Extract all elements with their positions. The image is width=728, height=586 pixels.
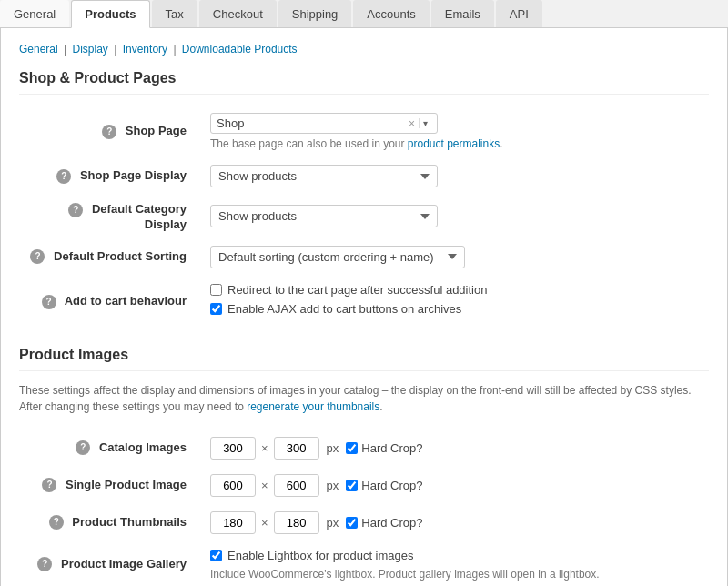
catalog-images-label: ? Catalog Images <box>19 429 201 467</box>
product-images-description: These settings affect the display and di… <box>19 382 709 415</box>
catalog-images-hard-crop-label: Hard Crop? <box>361 441 422 455</box>
tab-general[interactable]: General <box>0 0 71 27</box>
shop-product-pages-table: ? Shop Page Shop × ▾ The base page can a… <box>19 106 709 328</box>
tab-tax[interactable]: Tax <box>152 0 199 27</box>
single-product-image-separator: × <box>261 479 268 492</box>
default-category-display-field: Show products Show categories Show categ… <box>201 195 709 238</box>
product-thumbnails-px-label: px <box>327 516 339 530</box>
tab-accounts[interactable]: Accounts <box>353 0 430 27</box>
single-product-image-label: ? Single Product Image <box>19 467 201 504</box>
shop-page-display-label: ? Shop Page Display <box>19 157 201 195</box>
content-area: General | Display | Inventory | Download… <box>0 28 728 586</box>
lightbox-label: Enable Lightbox for product images <box>228 549 414 562</box>
catalog-images-px-label: px <box>327 441 339 455</box>
single-product-image-width[interactable] <box>210 474 256 497</box>
lightbox-help-text: Include WooCommerce's lightbox. Product … <box>210 568 700 581</box>
default-product-sorting-label: ? Default Product Sorting <box>19 238 201 276</box>
main-tabs: General Products Tax Checkout Shipping A… <box>0 0 728 28</box>
product-thumbnails-hard-crop-label: Hard Crop? <box>361 516 422 530</box>
shop-page-dropdown-arrow[interactable]: ▾ <box>419 118 431 128</box>
redirect-cart-label: Redirect to the cart page after successf… <box>228 283 487 297</box>
shop-page-display-row: ? Shop Page Display Show products Show c… <box>19 157 709 195</box>
tab-shipping[interactable]: Shipping <box>278 0 354 27</box>
catalog-images-width[interactable] <box>210 437 256 460</box>
single-product-image-field: × px Hard Crop? <box>201 467 709 504</box>
catalog-images-row: ? Catalog Images × px Hard Crop? <box>19 429 709 467</box>
subnav-inventory[interactable]: Inventory <box>123 43 167 56</box>
default-product-sorting-field: Default sorting (custom ordering + name)… <box>201 238 709 276</box>
catalog-images-separator: × <box>261 441 268 455</box>
default-product-sorting-tooltip-icon[interactable]: ? <box>30 249 45 264</box>
product-thumbnails-row: ? Product Thumbnails × px Hard Crop? <box>19 504 709 541</box>
page-wrapper: General Products Tax Checkout Shipping A… <box>0 0 728 586</box>
single-product-image-hard-crop-checkbox[interactable] <box>346 480 358 491</box>
add-to-cart-behaviour-row: ? Add to cart behaviour Redirect to the … <box>19 276 709 328</box>
single-product-image-hard-crop-label: Hard Crop? <box>361 479 422 492</box>
default-product-sorting-row: ? Default Product Sorting Default sortin… <box>19 238 709 276</box>
shop-page-selected-value: Shop <box>217 116 405 130</box>
sub-navigation: General | Display | Inventory | Download… <box>19 43 709 56</box>
shop-page-select-wrap[interactable]: Shop × ▾ <box>210 113 438 134</box>
add-to-cart-behaviour-field: Redirect to the cart page after successf… <box>201 276 709 328</box>
default-category-display-select[interactable]: Show products Show categories Show categ… <box>210 205 438 227</box>
shop-product-pages-heading: Shop & Product Pages <box>19 70 709 95</box>
catalog-images-hard-crop-checkbox[interactable] <box>346 442 358 454</box>
shop-page-row: ? Shop Page Shop × ▾ The base page can a… <box>19 106 709 157</box>
catalog-images-field: × px Hard Crop? <box>201 429 709 467</box>
product-thumbnails-separator: × <box>261 516 268 530</box>
product-image-gallery-field: Enable Lightbox for product images Inclu… <box>201 541 709 586</box>
ajax-cart-checkbox[interactable] <box>210 303 222 315</box>
single-product-image-size-row: × px Hard Crop? <box>210 474 700 497</box>
tab-emails[interactable]: Emails <box>431 0 496 27</box>
shop-page-clear-button[interactable]: × <box>405 117 419 130</box>
subnav-downloadable-products[interactable]: Downloadable Products <box>182 43 298 56</box>
product-thumbnails-hard-crop-checkbox[interactable] <box>346 517 358 529</box>
product-permalinks-link[interactable]: product permalinks <box>408 137 500 150</box>
product-image-gallery-tooltip-icon[interactable]: ? <box>37 557 52 571</box>
product-image-gallery-label: ? Product Image Gallery <box>19 541 201 586</box>
product-image-gallery-row: ? Product Image Gallery Enable Lightbox … <box>19 541 709 586</box>
tab-api[interactable]: API <box>496 0 544 27</box>
product-images-heading: Product Images <box>19 347 709 371</box>
redirect-cart-checkbox[interactable] <box>210 284 222 296</box>
catalog-images-size-row: × px Hard Crop? <box>210 437 700 460</box>
add-to-cart-behaviour-tooltip-icon[interactable]: ? <box>42 295 56 309</box>
shop-page-help-text: The base page can also be used in your p… <box>210 137 700 150</box>
subnav-general[interactable]: General <box>19 43 58 56</box>
default-product-sorting-select[interactable]: Default sorting (custom ordering + name)… <box>210 246 465 268</box>
lightbox-checkbox[interactable] <box>210 550 222 561</box>
single-product-image-px-label: px <box>327 479 339 492</box>
product-thumbnails-size-row: × px Hard Crop? <box>210 511 700 534</box>
product-images-table: ? Catalog Images × px Hard Crop? <box>19 429 709 586</box>
ajax-cart-label: Enable AJAX add to cart buttons on archi… <box>228 302 461 316</box>
shop-page-display-field: Show products Show categories Show categ… <box>201 157 709 195</box>
tab-products[interactable]: Products <box>71 0 151 27</box>
default-category-display-row: ? Default Category Display Show products… <box>19 195 709 238</box>
tab-checkout[interactable]: Checkout <box>199 0 278 27</box>
product-thumbnails-width[interactable] <box>210 511 256 534</box>
lightbox-checkbox-row: Enable Lightbox for product images <box>210 549 700 562</box>
catalog-images-height[interactable] <box>274 437 319 460</box>
subnav-display[interactable]: Display <box>73 43 108 56</box>
product-thumbnails-height[interactable] <box>274 511 319 534</box>
single-product-image-tooltip-icon[interactable]: ? <box>42 478 56 492</box>
product-thumbnails-field: × px Hard Crop? <box>201 504 709 541</box>
single-product-image-row: ? Single Product Image × px Hard Crop? <box>19 467 709 504</box>
redirect-cart-checkbox-row: Redirect to the cart page after successf… <box>210 283 700 297</box>
shop-page-display-select[interactable]: Show products Show categories Show categ… <box>210 165 438 187</box>
shop-page-tooltip-icon[interactable]: ? <box>102 125 116 139</box>
product-thumbnails-label: ? Product Thumbnails <box>19 504 201 541</box>
shop-page-display-tooltip-icon[interactable]: ? <box>56 169 71 184</box>
default-category-display-label: ? Default Category Display <box>19 195 201 238</box>
default-category-display-tooltip-icon[interactable]: ? <box>68 203 83 217</box>
shop-page-field: Shop × ▾ The base page can also be used … <box>201 106 709 157</box>
regenerate-thumbnails-link[interactable]: regenerate your thumbnails <box>247 400 379 413</box>
single-product-image-height[interactable] <box>274 474 319 497</box>
product-thumbnails-tooltip-icon[interactable]: ? <box>49 515 64 530</box>
shop-page-label: ? Shop Page <box>19 106 201 157</box>
ajax-cart-checkbox-row: Enable AJAX add to cart buttons on archi… <box>210 302 700 316</box>
catalog-images-tooltip-icon[interactable]: ? <box>76 440 90 455</box>
add-to-cart-behaviour-label: ? Add to cart behaviour <box>19 276 201 328</box>
